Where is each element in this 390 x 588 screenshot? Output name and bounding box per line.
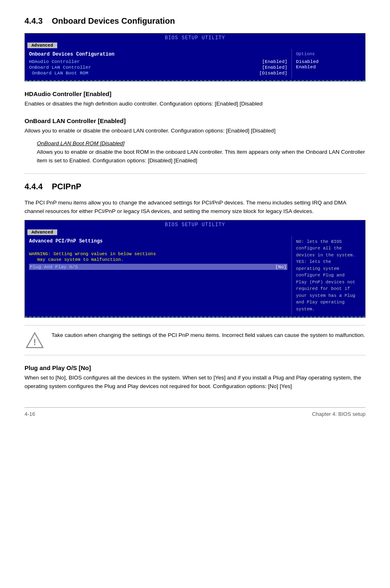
bios-content-2: Advanced PCI/PnP Settings WARNING: Setti… [25,236,365,315]
pciplnp-body: The PCI PnP menu items allow you to chan… [25,199,365,216]
bios-title-bar-2: BIOS SETUP UTILITY [25,220,365,229]
onboard-bootrom-title: OnBoard LAN Boot ROM [Disabled] [25,140,365,146]
bios-content-1: Onboard Devices Configuration HDAudio Co… [25,49,365,79]
bios-plug-label: Plug And Play O/S [30,264,78,269]
warning-triangle-icon: ! [26,331,44,349]
bios-right-panel-1: Options Disabled Enabled [291,49,365,79]
section-4-4-3-title: 4.4.3 Onboard Devices Configuration [25,16,365,26]
section-divider-1 [25,173,365,174]
section-4-4-4-title: 4.4.4 PCIPnP [25,182,365,191]
onboard-lan-body: Allows you to enable or disable the onbo… [25,127,365,135]
bios-warning-line-2: may cause system to malfunction. [29,257,287,262]
hdaudio-title: HDAudio Controller [Enabled] [25,90,365,97]
bios-left-panel-1: Onboard Devices Configuration HDAudio Co… [25,49,291,79]
bios-option-disabled: Disabled [296,59,361,64]
bios-plug-row: Plug And Play O/S [No] [29,264,287,270]
bios-plug-value: [No] [275,264,287,269]
bios-item-lan-value: [Enabled] [262,65,287,70]
warning-text: Take caution when changing the settings … [52,331,365,340]
bios-tab-row-2: Advanced [25,229,365,236]
bios-left-header-1: Onboard Devices Configuration [29,52,287,57]
bios-warning-line-1: WARNING: Setting wrong values in below s… [29,251,287,256]
bios-item-lan: OnBoard LAN Controller [Enabled] [29,65,287,70]
section-number: 4.4.3 [25,16,43,25]
bios-option-enabled: Enabled [296,64,361,70]
bios-title-2: BIOS SETUP UTILITY [165,222,225,228]
bios-screen-1: BIOS SETUP UTILITY Advanced Onboard Devi… [25,33,365,81]
bios-right-panel-2: NO: lets the BIOS configure all the devi… [291,236,365,315]
bios-item-hdaudio-value: [Enabled] [262,59,287,64]
bios-title-1: BIOS SETUP UTILITY [165,35,225,41]
bios-right-header-1: Options [296,52,361,56]
bios-left-panel-2: Advanced PCI/PnP Settings WARNING: Setti… [25,236,291,315]
bios-title-bar-1: BIOS SETUP UTILITY [25,34,365,42]
bios-item-bootrom-label: OnBoard LAN Boot ROM [29,70,259,76]
plug-play-title: Plug and Play O/S [No] [25,364,365,371]
warning-box: ! Take caution when changing the setting… [25,325,365,355]
bios-right-text-2: NO: lets the BIOS configure all the devi… [296,238,361,313]
bios-item-bootrom: OnBoard LAN Boot ROM [Disabled] [29,70,287,76]
bios-item-hdaudio: HDAudio Controller [Enabled] [29,59,287,64]
bios-item-bootrom-value: [Disabled] [259,70,287,76]
bios-item-lan-label: OnBoard LAN Controller [29,65,262,70]
bios-tab-advanced-2[interactable]: Advanced [27,229,57,235]
page-footer: 4-16 Chapter 4: BIOS setup [25,407,365,417]
bios-left-header-2: Advanced PCI/PnP Settings [29,238,287,244]
section-title-text: Onboard Devices Configuration [52,16,175,25]
warning-icon-container: ! [25,331,45,349]
bios-tab-advanced-1[interactable]: Advanced [27,43,57,48]
hdaudio-body: Enables or disables the high definition … [25,100,365,108]
footer-chapter: Chapter 4: BIOS setup [312,411,365,417]
svg-text:!: ! [33,337,36,347]
bios-dashed-1 [25,80,365,81]
bios-screen-2: BIOS SETUP UTILITY Advanced Advanced PCI… [25,220,365,318]
plug-play-body: When set to [No], BIOS configures all th… [25,374,365,391]
subsection-number: 4.4.4 [25,182,43,191]
footer-page-number: 4-16 [25,411,35,417]
bios-dashed-2 [25,316,365,317]
bios-tab-row-1: Advanced [25,42,365,49]
subsection-title-text: PCIPnP [52,182,81,191]
onboard-bootrom-body: Allows you to enable or disable the boot… [25,148,365,165]
onboard-lan-title: OnBoard LAN Controller [Enabled] [25,117,365,124]
bios-item-hdaudio-label: HDAudio Controller [29,59,262,64]
